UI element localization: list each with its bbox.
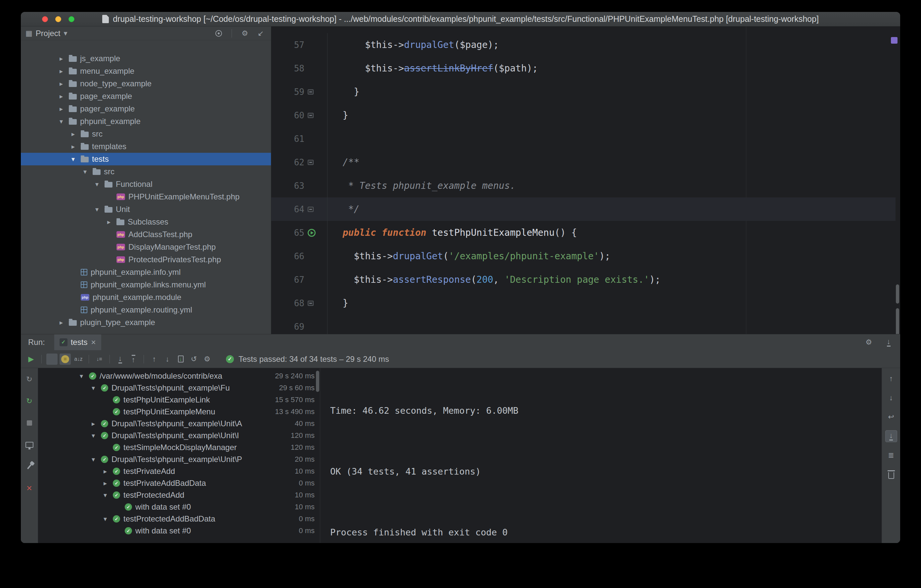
code-editor[interactable]: 57 $this->drupalGet($page);58 $this->ass… [271, 26, 900, 334]
project-tree-item[interactable]: ▸page_example [21, 90, 271, 102]
code-line[interactable]: } [327, 86, 895, 97]
settings-gear-icon[interactable]: ⚙ [239, 28, 251, 39]
soft-wrap-icon[interactable]: ↩ [885, 411, 897, 423]
chevron-down-icon[interactable]: ▾ [101, 515, 109, 523]
test-tree-item[interactable]: ▾/var/www/web/modules/contrib/exa29 s 24… [38, 370, 320, 382]
close-icon[interactable]: ✕ [23, 482, 36, 494]
code-line[interactable]: * Tests phpunit_example menus. [327, 180, 895, 191]
project-tree-item[interactable]: ▾src [21, 166, 271, 178]
rerun-tests-button[interactable]: ▶ [26, 354, 37, 365]
zoom-window-button[interactable] [68, 16, 75, 22]
close-tab-icon[interactable]: ✕ [91, 339, 96, 346]
chevron-right-icon[interactable]: ▸ [57, 318, 65, 326]
tab-tests[interactable]: tests ✕ [54, 335, 102, 350]
rerun-failed-tests-icon[interactable]: ↻ [23, 395, 36, 407]
hide-panel-icon[interactable]: ↙ [255, 28, 266, 39]
chevron-right-icon[interactable]: ▸ [57, 105, 65, 113]
test-tree-item[interactable]: ▾testProtectedAddBadData0 ms [38, 513, 320, 525]
code-line[interactable]: */ [327, 204, 895, 214]
code-line[interactable]: $this->drupalGet($page); [327, 39, 895, 50]
print-icon[interactable]: ≣ [885, 450, 897, 461]
code-line[interactable]: $this->drupalGet('/examples/phpunit-exam… [327, 251, 895, 262]
project-tree-item[interactable]: ▸phpunit_example.routing.yml [21, 304, 271, 316]
test-tree-item[interactable]: ▸testPhpUnitExampleMenu13 s 490 ms [38, 406, 320, 418]
test-tree-item[interactable]: ▾Drupal\Tests\phpunit_example\Unit\P20 m… [38, 453, 320, 465]
chevron-right-icon[interactable]: ▸ [69, 130, 77, 138]
project-tree-item[interactable]: ▸plugin_type_example [21, 316, 271, 329]
project-tree-item[interactable]: ▸phpDisplayManagerTest.php [21, 241, 271, 253]
up-stacktrace-icon[interactable]: ↑ [885, 373, 897, 385]
import-test-results-button[interactable] [175, 354, 186, 365]
previous-occurrence-button[interactable]: ↑ [148, 354, 160, 365]
test-tree-item[interactable]: ▸testPhpUnitExampleLink15 s 570 ms [38, 394, 320, 406]
pin-tab-icon[interactable] [23, 461, 36, 473]
test-tree-item[interactable]: ▸testPrivateAdd10 ms [38, 465, 320, 477]
chevron-right-icon[interactable]: ▸ [69, 143, 77, 151]
editor-scrollbar-thumb[interactable] [896, 284, 899, 304]
test-tree-item[interactable]: ▾testProtectedAdd10 ms [38, 489, 320, 501]
chevron-down-icon[interactable]: ▾ [81, 168, 89, 175]
test-tree-item[interactable]: ▸with data set #010 ms [38, 501, 320, 513]
chevron-right-icon[interactable]: ▸ [57, 67, 65, 75]
inspection-status-icon[interactable] [891, 37, 898, 44]
project-tree-item[interactable]: ▸templates [21, 140, 271, 153]
collapse-all-button[interactable]: ↑ [128, 354, 139, 365]
chevron-right-icon[interactable]: ▸ [89, 420, 98, 427]
fold-marker-icon[interactable] [308, 113, 314, 118]
clear-all-icon[interactable] [885, 469, 897, 481]
test-tree-item[interactable]: ▾Drupal\Tests\phpunit_example\Unit\I120 … [38, 430, 320, 442]
down-stacktrace-icon[interactable]: ↓ [885, 392, 897, 404]
dock-pin-icon[interactable]: ↓ [883, 337, 894, 348]
fold-marker-icon[interactable] [308, 89, 314, 94]
tree-scrollbar-thumb[interactable] [316, 371, 319, 392]
test-tree-item[interactable]: ▾Drupal\Tests\phpunit_example\Fu29 s 60 … [38, 382, 320, 394]
run-test-icon[interactable] [308, 229, 316, 237]
project-tree-item[interactable]: ▸phpPHPUnitExampleMenuTest.php [21, 190, 271, 203]
project-tree-item[interactable]: ▾Functional [21, 178, 271, 190]
fold-marker-icon[interactable] [308, 160, 314, 165]
test-history-button[interactable]: ↺ [188, 354, 200, 365]
project-tree-item[interactable]: ▾Unit [21, 203, 271, 216]
chevron-down-icon[interactable]: ▾ [101, 491, 109, 499]
sort-by-duration-button[interactable]: ↓≡ [94, 354, 105, 365]
chevron-down-icon[interactable]: ▾ [89, 432, 98, 440]
chevron-right-icon[interactable]: ▸ [101, 467, 109, 475]
next-occurrence-button[interactable]: ↓ [162, 354, 173, 365]
test-runner-settings-gear-button[interactable]: ⚙ [202, 354, 213, 365]
project-tree-item[interactable]: ▸pager_example [21, 102, 271, 115]
project-tree-item[interactable]: ▸js_example [21, 52, 271, 65]
project-tree-item[interactable]: ▾phpunit_example [21, 115, 271, 128]
expand-all-button[interactable]: ↓ [114, 354, 126, 365]
code-line[interactable]: /** [327, 157, 895, 168]
project-tree-item[interactable]: ▸src [21, 128, 271, 140]
chevron-down-icon[interactable]: ▾ [89, 455, 98, 463]
project-tree-item[interactable]: ▸Subclasses [21, 216, 271, 228]
editor-scrollbar-thumb[interactable] [896, 308, 899, 334]
chevron-down-icon[interactable]: ▾ [69, 155, 77, 163]
project-tree-item[interactable]: ▸node_type_example [21, 77, 271, 90]
fold-marker-icon[interactable] [308, 300, 314, 306]
code-line[interactable]: $this->assertLinkByHref($path); [327, 63, 895, 74]
code-line[interactable]: $this->assertResponse(200, 'Description … [327, 274, 895, 285]
project-tree-item[interactable]: ▸phpAddClassTest.php [21, 228, 271, 241]
code-line[interactable]: } [327, 110, 895, 121]
show-passed-toggle[interactable] [46, 354, 57, 365]
test-tree-item[interactable]: ▸testSimpleMockDisplayManager120 ms [38, 442, 320, 453]
chevron-right-icon[interactable]: ▸ [57, 55, 65, 62]
project-panel-title[interactable]: Project [36, 29, 60, 38]
chevron-right-icon[interactable]: ▸ [57, 80, 65, 88]
test-tree-item[interactable]: ▸with data set #00 ms [38, 525, 320, 537]
sort-alphabetically-button[interactable]: a↓z [73, 354, 84, 365]
code-line[interactable]: } [327, 298, 895, 309]
chevron-down-icon[interactable]: ▾ [93, 205, 101, 213]
test-tree-item[interactable]: ▸Drupal\Tests\phpunit_example\Unit\A40 m… [38, 418, 320, 430]
project-tree-item[interactable]: ▸menu_example [21, 65, 271, 77]
project-tree-item[interactable]: ▸phpunit_example.info.yml [21, 266, 271, 278]
project-tree-item[interactable]: ▸phpProtectedPrivatesTest.php [21, 253, 271, 266]
fold-marker-icon[interactable] [308, 207, 314, 212]
chevron-down-icon[interactable]: ▾ [93, 180, 101, 188]
select-opened-file-icon[interactable] [213, 28, 224, 39]
project-tree-item[interactable]: ▸phpphpunit_example.module [21, 291, 271, 304]
close-window-button[interactable] [42, 16, 48, 22]
chevron-down-icon[interactable]: ▾ [77, 372, 86, 380]
